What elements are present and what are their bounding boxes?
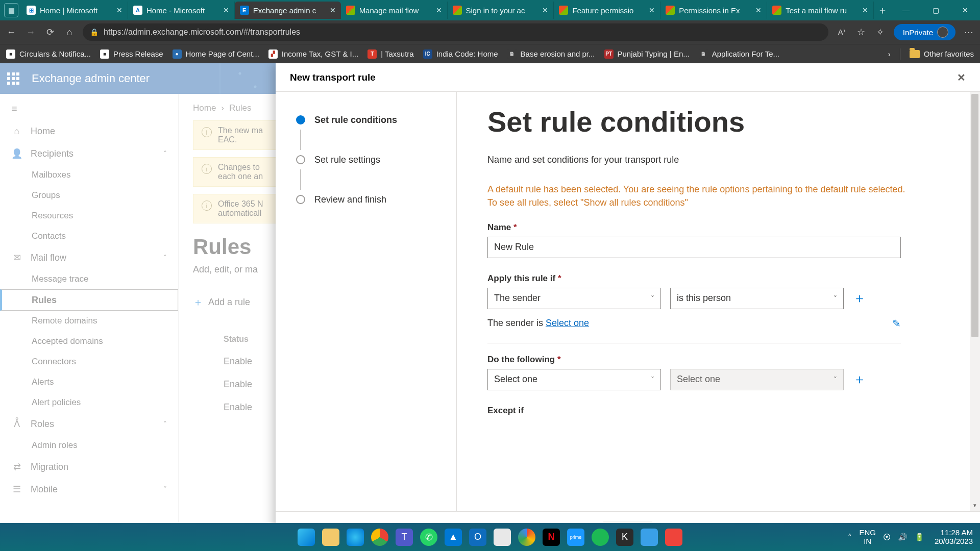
apply-predicate-select[interactable]: is this person˅ [670,288,844,309]
prime-video-icon[interactable]: prime [567,529,584,546]
step-connector [300,169,301,190]
favorite-link[interactable]: ■Press Release [100,49,163,59]
panel-header: New transport rule ✕ [276,63,980,92]
select-value: Select one [677,374,720,385]
app-icon[interactable]: ▲ [445,529,462,546]
edge-icon[interactable] [347,529,364,546]
close-icon[interactable]: ✕ [649,6,655,14]
chevron-down-icon: ˅ [834,375,837,384]
favorite-link[interactable]: ■Circulars & Notifica... [6,49,91,59]
sender-is-text: The sender is Select one [487,318,589,329]
select-value: is this person [677,293,731,304]
wizard-steps: Set rule conditions Set rule settings Re… [276,92,457,511]
chevron-down-icon: ˅ [834,294,837,303]
back-icon[interactable]: ← [5,26,17,38]
more-icon[interactable]: ⋯ [963,26,975,38]
taskbar: T ✆ ▲ O N prime K ˄ ENGIN ⦿ 🔊 🔋 11:28 AM… [0,523,980,551]
other-favorites[interactable]: Other favorites [910,49,974,58]
window-minimize-icon[interactable]: ― [891,0,921,20]
close-icon[interactable]: ✕ [436,6,442,14]
scrollbar[interactable]: ▴ ▾ [970,92,980,511]
select-one-link[interactable]: Select one [546,318,589,328]
lang-primary: ENG [859,529,876,537]
close-icon[interactable]: ✕ [542,6,548,14]
step-dot-icon [296,155,305,164]
avatar-icon [937,27,948,38]
step-settings[interactable]: Set rule settings [296,151,446,168]
add-condition-icon[interactable]: ＋ [853,289,866,307]
apply-rule-if-label: Apply this rule if * [487,273,949,284]
address-bar[interactable]: 🔒 https://admin.exchange.microsoft.com/#… [83,23,828,41]
name-label: Name * [487,222,949,233]
edit-icon[interactable]: ✎ [892,317,901,330]
rule-name-input[interactable] [487,237,901,258]
home-icon[interactable]: ⌂ [63,26,76,38]
clock[interactable]: 11:28 AM20/03/2023 [935,529,973,545]
close-icon[interactable]: ✕ [755,6,762,14]
photos-icon[interactable] [518,529,535,546]
step-review[interactable]: Review and finish [296,191,446,208]
tab-test-mail-flow[interactable]: Test a mail flow ru✕ [767,2,874,19]
whatsapp-icon[interactable]: ✆ [420,529,437,546]
close-icon[interactable]: ✕ [957,71,966,84]
anydesk-icon[interactable] [665,529,682,546]
apply-condition-select[interactable]: The sender˅ [487,288,661,309]
chrome-icon[interactable] [371,529,388,546]
favorites-overflow-icon[interactable]: › [888,49,891,58]
add-action-icon[interactable]: ＋ [853,370,866,388]
netflix-icon[interactable]: N [543,529,560,546]
favorite-star-icon[interactable]: ☆ [855,26,867,38]
favorite-link[interactable]: ●Home Page of Cent... [173,49,259,59]
step-conditions[interactable]: Set rule conditions [296,111,446,129]
favorite-label: | Taxsutra [381,49,413,58]
battery-icon[interactable]: 🔋 [915,533,924,542]
window-close-icon[interactable]: ✕ [950,0,980,20]
favorite-link[interactable]: PTPunjabi Typing | En... [604,49,690,59]
window-maximize-icon[interactable]: ▢ [921,0,950,20]
app-icon-tool[interactable] [641,529,658,546]
step-connector [300,130,301,150]
tab-sign-in[interactable]: Sign in to your ac✕ [448,2,554,19]
refresh-icon[interactable]: ⟳ [44,26,56,38]
spotify-icon[interactable] [592,529,609,546]
tab-home-microsoft-2[interactable]: AHome - Microsoft✕ [128,2,235,19]
required-marker: * [558,273,561,283]
favorite-link[interactable]: 🗎Base erosion and pr... [507,49,595,59]
start-icon[interactable] [298,529,315,546]
tab-manage-mail-flow[interactable]: Manage mail flow✕ [341,2,448,19]
scroll-down-icon[interactable]: ▾ [970,502,980,511]
clock-time: 11:28 AM [935,529,973,537]
tray-overflow-icon[interactable]: ˄ [848,533,852,542]
tab-actions-icon[interactable]: ▤ [4,3,18,17]
teams-icon[interactable]: T [396,529,413,546]
close-icon[interactable]: ✕ [116,6,122,14]
favorite-link[interactable]: T| Taxsutra [368,49,413,59]
language-indicator[interactable]: ENGIN [859,529,876,545]
outlook-icon[interactable]: O [469,529,486,546]
tab-permissions-ex[interactable]: Permissions in Ex✕ [660,2,767,19]
app-icon-k[interactable]: K [616,529,633,546]
close-icon[interactable]: ✕ [862,6,868,14]
favorite-link[interactable]: ICIndia Code: Home [423,49,498,59]
close-icon[interactable]: ✕ [330,6,336,14]
favorite-link[interactable]: ▞Income Tax, GST & I... [268,49,358,59]
tab-exchange-admin[interactable]: EExchange admin c✕ [235,2,341,19]
tab-home-microsoft[interactable]: ⊞Home | Microsoft✕ [21,2,128,19]
new-tab-button[interactable]: ＋ [874,4,891,17]
step-label: Set rule conditions [314,115,397,126]
volume-icon[interactable]: 🔊 [898,533,908,542]
do-action-select[interactable]: Select one˅ [487,369,661,390]
scrollbar-thumb[interactable] [971,94,978,337]
inprivate-indicator[interactable]: InPrivate [894,24,955,40]
collections-icon[interactable]: ✧ [874,26,887,38]
wifi-icon[interactable]: ⦿ [883,533,891,541]
scanner-icon[interactable] [494,529,511,546]
select-value: Select one [494,374,537,385]
file-explorer-icon[interactable] [322,529,339,546]
step-label: Set rule settings [314,155,380,165]
read-aloud-icon[interactable]: A⁾ [836,26,848,38]
tab-feature-perm[interactable]: Feature permissio✕ [554,2,660,19]
favorite-link[interactable]: 🗎Application For Te... [699,49,779,59]
browser-tabstrip: ▤ ⊞Home | Microsoft✕ AHome - Microsoft✕ … [0,0,980,20]
close-icon[interactable]: ✕ [223,6,229,14]
